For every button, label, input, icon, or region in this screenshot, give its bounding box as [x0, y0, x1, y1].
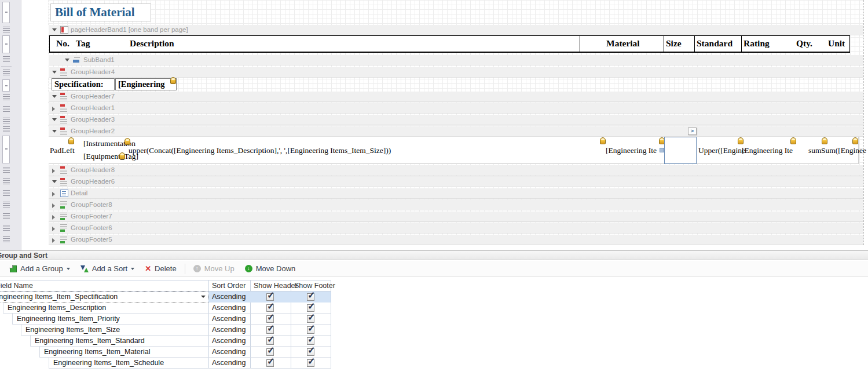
expand-band-icon[interactable] — [52, 215, 55, 220]
header-field-name[interactable]: Field Name — [0, 282, 33, 290]
table-border — [0, 280, 331, 280]
show-footer-checkbox[interactable] — [307, 304, 314, 312]
group-sort-row[interactable]: Engineering Items_Item_StandardAscending — [0, 336, 331, 347]
show-header-checkbox[interactable] — [266, 359, 274, 367]
band-strip-GroupHeader8[interactable]: GroupHeader8 — [49, 165, 863, 176]
band-strip-GroupFooter6[interactable]: GroupFooter6 — [49, 223, 863, 234]
show-footer-checkbox[interactable] — [307, 326, 314, 334]
band-strip-GroupHeader4[interactable]: GroupHeader4 — [49, 67, 863, 78]
expand-band-icon[interactable] — [52, 203, 55, 208]
green-bar — [60, 241, 65, 243]
group-sort-row[interactable]: Engineering Items_Item_ScheduleAscending — [0, 358, 331, 369]
expression-cell[interactable]: sum — [808, 146, 822, 155]
show-footer-checkbox[interactable] — [307, 348, 314, 356]
detail-band-icon — [60, 190, 68, 197]
band-marker-icon — [3, 106, 10, 112]
field-name-cell[interactable]: Engineering Items_Item_Priority — [17, 315, 120, 323]
field-dropdown-icon[interactable] — [201, 296, 206, 298]
sort-order-cell[interactable]: Ascending — [212, 304, 246, 312]
header-sort-order[interactable]: Sort Order — [212, 282, 246, 290]
upper-expression-cell[interactable]: upper(Concat([Engineering Items_Descript… — [129, 146, 391, 155]
show-header-checkbox[interactable] — [266, 293, 274, 301]
delete-button[interactable]: ✕Delete — [140, 263, 181, 275]
band-strip-GroupHeader2[interactable]: GroupHeader2 — [49, 126, 863, 137]
toolbar-button-label: Add a Sort — [92, 264, 127, 273]
show-footer-checkbox[interactable] — [307, 315, 314, 323]
field-name-cell[interactable]: Engineering Items_Item_Schedule — [53, 359, 164, 367]
show-footer-checkbox[interactable] — [307, 337, 314, 345]
expand-band-icon[interactable] — [52, 107, 55, 111]
band-strip-GroupHeader3[interactable]: GroupHeader3 — [49, 115, 863, 125]
header-show-header[interactable]: Show Header — [254, 282, 298, 290]
show-header-checkbox[interactable] — [266, 326, 274, 334]
collapse-band-icon[interactable] — [52, 130, 57, 133]
move-down-button[interactable]: ↓Move Down — [240, 263, 301, 275]
collapse-band-icon[interactable] — [65, 59, 69, 61]
expand-band-icon[interactable] — [52, 169, 55, 173]
sort-order-cell[interactable]: Ascending — [212, 348, 246, 356]
band-strip-GroupFooter5[interactable]: GroupFooter5 — [49, 235, 863, 245]
expression-cell[interactable]: Upper([Engine — [698, 146, 745, 155]
report-title-textbox[interactable]: Bill of Material — [50, 3, 151, 21]
sort-order-cell[interactable]: Ascending — [212, 315, 246, 323]
group-sort-row[interactable]: Engineering Items_Item_PriorityAscending — [0, 314, 331, 325]
collapse-band-icon[interactable] — [52, 118, 57, 121]
group-sort-row[interactable]: Engineering Items_Item_SpectificationAsc… — [0, 291, 331, 303]
expand-band-icon[interactable] — [52, 192, 55, 196]
padleft-cell[interactable]: PadLeft — [50, 146, 75, 155]
band-strip-pageHeaderBand1[interactable]: pageHeaderBand1 [one band per page] — [49, 25, 863, 35]
band-strip-GroupFooter8[interactable]: GroupFooter8 — [49, 200, 863, 210]
collapse-band-icon[interactable] — [52, 180, 57, 183]
show-footer-checkbox[interactable] — [307, 359, 314, 367]
column-divider — [664, 35, 664, 53]
specification-field-cell[interactable]: [Engineering — [115, 78, 177, 90]
collapse-band-icon[interactable] — [52, 28, 57, 31]
selected-cell-border[interactable] — [664, 137, 697, 164]
sort-order-cell[interactable]: Ascending — [212, 293, 246, 301]
group-and-sort-panel-header[interactable]: Group and Sort — [0, 250, 868, 260]
smart-tag-button[interactable]: > — [688, 127, 697, 135]
show-footer-checkbox[interactable] — [307, 293, 314, 301]
group-sort-row[interactable]: Engineering Items_Item_SizeAscending — [0, 325, 331, 336]
field-name-cell[interactable]: Engineering Items_Description — [8, 304, 106, 312]
sort-order-cell[interactable]: Ascending — [212, 326, 246, 334]
group-sort-row[interactable]: Engineering Items_DescriptionAscending — [0, 303, 331, 314]
field-name-cell[interactable]: Engineering Items_Item_Spectification — [0, 293, 118, 301]
add-a-group-button[interactable]: Add a Group — [5, 263, 75, 275]
expand-band-icon[interactable] — [52, 227, 55, 231]
datasource-icon — [790, 137, 796, 144]
band-strip-GroupHeader6[interactable]: GroupHeader6 — [49, 177, 863, 187]
band-strip-Detail[interactable]: Detail — [49, 188, 863, 199]
group-header-band-icon — [60, 93, 68, 100]
show-header-checkbox[interactable] — [266, 315, 274, 323]
field-name-cell[interactable]: Engineering Items_Item_Material — [44, 348, 150, 356]
toolbar-separator — [185, 264, 185, 274]
expression-cell[interactable]: [Engineering Ite — [606, 146, 657, 155]
sort-order-cell[interactable]: Ascending — [212, 337, 246, 345]
datasource-icon — [852, 137, 858, 144]
selection-grip-handle[interactable] — [660, 148, 664, 152]
expression-cell[interactable]: Sum([Enginee — [821, 146, 866, 155]
show-header-checkbox[interactable] — [266, 348, 274, 356]
group-sort-row[interactable]: Engineering Items_Item_MaterialAscending — [0, 347, 331, 358]
band-marker-icon — [3, 126, 10, 132]
col-standard: Standard — [697, 38, 733, 49]
gray-lines — [60, 236, 67, 240]
collapse-band-icon[interactable] — [52, 71, 57, 74]
specification-label-cell[interactable]: Specification: — [52, 78, 115, 90]
show-header-checkbox[interactable] — [266, 337, 274, 345]
band-strip-SubBand1[interactable]: SubBand1 — [49, 55, 863, 65]
add-a-sort-button[interactable]: Add a Sort — [75, 263, 140, 275]
col-description: Description — [130, 38, 174, 49]
band-strip-GroupFooter7[interactable]: GroupFooter7 — [49, 212, 863, 222]
header-show-footer[interactable]: Show Footer — [294, 282, 335, 290]
expression-cell[interactable]: [Engineering Ite — [742, 146, 793, 155]
field-name-cell[interactable]: Engineering Items_Item_Size — [25, 326, 120, 334]
band-strip-GroupHeader7[interactable]: GroupHeader7 — [49, 92, 863, 102]
expand-band-icon[interactable] — [52, 238, 55, 243]
band-strip-GroupHeader1[interactable]: GroupHeader1 — [49, 103, 863, 114]
sort-order-cell[interactable]: Ascending — [212, 359, 246, 367]
collapse-band-icon[interactable] — [52, 95, 57, 98]
show-header-checkbox[interactable] — [266, 304, 274, 312]
field-name-cell[interactable]: Engineering Items_Item_Standard — [35, 337, 145, 345]
